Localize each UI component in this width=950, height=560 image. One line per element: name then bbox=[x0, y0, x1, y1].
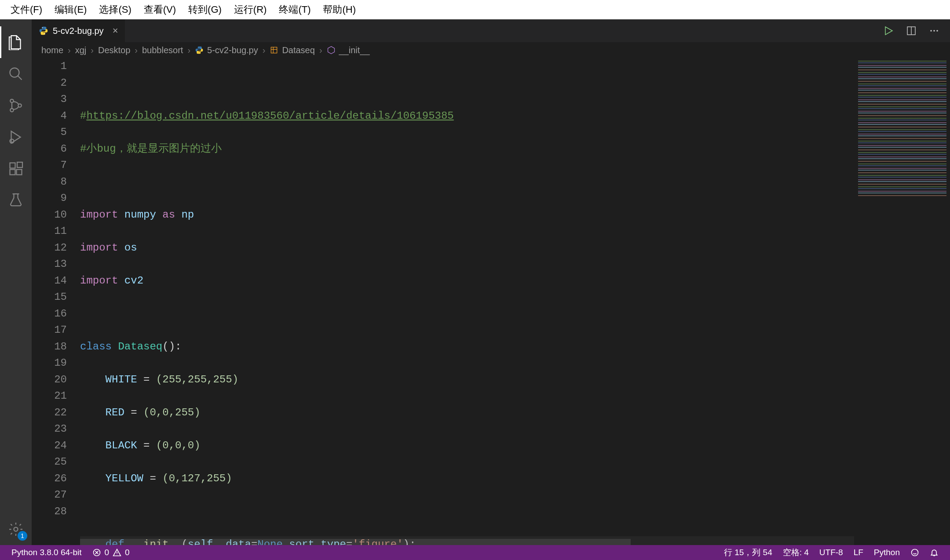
breadcrumb-item[interactable]: __init__ bbox=[339, 45, 370, 55]
activity-explorer[interactable] bbox=[0, 26, 32, 58]
line-number: 22 bbox=[32, 404, 67, 421]
line-number: 13 bbox=[32, 256, 67, 273]
line-number: 2 bbox=[32, 75, 67, 91]
line-number: 4 bbox=[32, 108, 67, 124]
activity-testing[interactable] bbox=[0, 185, 32, 216]
python-file-icon bbox=[39, 26, 48, 36]
menu-help[interactable]: 帮助(H) bbox=[317, 3, 362, 16]
beaker-icon bbox=[8, 193, 24, 208]
more-icon[interactable] bbox=[929, 25, 939, 36]
breadcrumb-item[interactable]: 5-cv2-bug.py bbox=[207, 45, 258, 55]
svg-point-18 bbox=[912, 549, 918, 556]
line-number: 20 bbox=[32, 371, 67, 388]
menu-view[interactable]: 查看(V) bbox=[138, 3, 182, 16]
menu-edit[interactable]: 编辑(E) bbox=[48, 3, 93, 16]
method-icon bbox=[327, 46, 336, 55]
svg-point-3 bbox=[18, 104, 22, 107]
menu-go[interactable]: 转到(G) bbox=[182, 3, 228, 16]
line-number: 7 bbox=[32, 157, 67, 174]
line-number: 1 bbox=[32, 58, 67, 75]
svg-point-13 bbox=[930, 30, 932, 32]
activity-extensions[interactable] bbox=[0, 153, 32, 185]
activity-search[interactable] bbox=[0, 58, 32, 90]
status-feedback[interactable] bbox=[905, 548, 924, 557]
python-file-icon bbox=[195, 46, 204, 55]
menu-selection[interactable]: 选择(S) bbox=[93, 3, 137, 16]
statusbar: Python 3.8.0 64-bit 0 0 行 15，列 54 空格: 4 … bbox=[0, 545, 950, 560]
error-icon bbox=[92, 548, 101, 557]
line-number: 24 bbox=[32, 437, 67, 454]
search-icon bbox=[8, 66, 24, 82]
debug-icon bbox=[8, 129, 24, 145]
svg-rect-8 bbox=[17, 162, 22, 167]
breadcrumb-item[interactable]: Dataseq bbox=[282, 45, 315, 55]
split-editor-icon[interactable] bbox=[906, 25, 917, 36]
svg-rect-6 bbox=[10, 170, 15, 175]
gear-icon bbox=[8, 521, 24, 537]
svg-rect-5 bbox=[10, 163, 15, 168]
menu-run[interactable]: 运行(R) bbox=[228, 3, 273, 16]
feedback-icon bbox=[910, 548, 919, 557]
line-number: 16 bbox=[32, 305, 67, 322]
run-icon[interactable] bbox=[883, 25, 894, 36]
activitybar bbox=[0, 19, 32, 545]
svg-point-10 bbox=[42, 27, 43, 28]
line-number: 10 bbox=[32, 207, 67, 223]
svg-point-2 bbox=[10, 109, 14, 112]
tab-file[interactable]: 5-cv2-bug.py × bbox=[32, 19, 125, 42]
line-number: 3 bbox=[32, 91, 67, 108]
line-number: 27 bbox=[32, 487, 67, 503]
status-language[interactable]: Python bbox=[869, 548, 905, 557]
horizontal-scrollbar[interactable] bbox=[80, 539, 631, 545]
breadcrumb-item[interactable]: home bbox=[41, 45, 63, 55]
line-number: 8 bbox=[32, 174, 67, 190]
editor-area: 5-cv2-bug.py × home› xgj› Desktop› bubbl… bbox=[32, 19, 950, 545]
line-number: 12 bbox=[32, 240, 67, 256]
minimap-content bbox=[858, 61, 946, 197]
breadcrumb-item[interactable]: Desktop bbox=[98, 45, 130, 55]
status-spaces[interactable]: 空格: 4 bbox=[778, 547, 814, 558]
line-number: 19 bbox=[32, 355, 67, 371]
activity-settings[interactable] bbox=[0, 513, 32, 545]
line-number: 9 bbox=[32, 190, 67, 207]
status-eol[interactable]: LF bbox=[848, 548, 869, 557]
svg-rect-16 bbox=[271, 47, 277, 53]
activity-debug[interactable] bbox=[0, 121, 32, 153]
warning-icon bbox=[113, 548, 121, 557]
tab-actions bbox=[873, 19, 950, 42]
status-cursor[interactable]: 行 15，列 54 bbox=[719, 547, 778, 558]
svg-point-14 bbox=[933, 30, 935, 32]
line-gutter: 1234567891011121314151617181920212223242… bbox=[32, 58, 80, 545]
source-control-icon bbox=[8, 98, 24, 113]
status-problems[interactable]: 0 0 bbox=[87, 548, 135, 557]
minimap[interactable] bbox=[854, 58, 950, 545]
line-number: 18 bbox=[32, 338, 67, 355]
status-python-version[interactable]: Python 3.8.0 64-bit bbox=[6, 548, 87, 557]
svg-point-15 bbox=[936, 30, 938, 32]
menubar: 文件(F) 编辑(E) 选择(S) 查看(V) 转到(G) 运行(R) 终端(T… bbox=[0, 0, 950, 19]
code-content[interactable]: #https://blog.csdn.net/u011983560/articl… bbox=[80, 58, 854, 545]
status-notifications[interactable] bbox=[924, 548, 944, 557]
line-number: 17 bbox=[32, 322, 67, 338]
line-number: 11 bbox=[32, 223, 67, 240]
svg-rect-7 bbox=[17, 170, 22, 175]
svg-point-11 bbox=[44, 33, 45, 34]
line-number: 23 bbox=[32, 421, 67, 437]
svg-point-1 bbox=[10, 99, 14, 103]
breadcrumbs[interactable]: home› xgj› Desktop› bubblesort› 5-cv2-bu… bbox=[32, 42, 950, 58]
menu-file[interactable]: 文件(F) bbox=[4, 3, 48, 16]
line-number: 15 bbox=[32, 289, 67, 305]
class-icon bbox=[270, 46, 278, 55]
svg-point-9 bbox=[14, 527, 18, 531]
breadcrumb-item[interactable]: xgj bbox=[75, 45, 87, 55]
main-area: 5-cv2-bug.py × home› xgj› Desktop› bubbl… bbox=[0, 19, 950, 545]
breadcrumb-item[interactable]: bubblesort bbox=[142, 45, 183, 55]
menu-terminal[interactable]: 终端(T) bbox=[273, 3, 317, 16]
activity-scm[interactable] bbox=[0, 90, 32, 121]
line-number: 6 bbox=[32, 141, 67, 157]
line-number: 5 bbox=[32, 124, 67, 141]
status-encoding[interactable]: UTF-8 bbox=[814, 548, 848, 557]
tab-close-icon[interactable]: × bbox=[113, 25, 118, 36]
tabs-bar: 5-cv2-bug.py × bbox=[32, 19, 950, 42]
svg-point-0 bbox=[10, 68, 19, 77]
